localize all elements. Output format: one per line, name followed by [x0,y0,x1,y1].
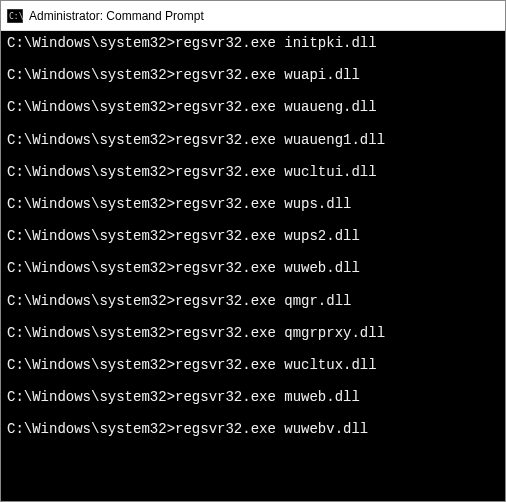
terminal-blank-line [7,244,499,260]
terminal-blank-line [7,83,499,99]
terminal-line: C:\Windows\system32>regsvr32.exe wuaueng… [7,99,499,115]
cmd-icon: C:\ [7,9,23,23]
terminal-area[interactable]: C:\Windows\system32>regsvr32.exe initpki… [1,31,505,501]
terminal-line: C:\Windows\system32>regsvr32.exe wuweb.d… [7,260,499,276]
svg-text:C:\: C:\ [9,12,23,21]
terminal-line: C:\Windows\system32>regsvr32.exe muweb.d… [7,389,499,405]
terminal-line: C:\Windows\system32>regsvr32.exe wucltui… [7,164,499,180]
terminal-line: C:\Windows\system32>regsvr32.exe wups2.d… [7,228,499,244]
terminal-blank-line [7,212,499,228]
terminal-blank-line [7,309,499,325]
command-prompt-window: C:\ Administrator: Command Prompt C:\Win… [0,0,506,502]
terminal-blank-line [7,405,499,421]
terminal-blank-line [7,180,499,196]
terminal-line: C:\Windows\system32>regsvr32.exe initpki… [7,35,499,51]
terminal-line: C:\Windows\system32>regsvr32.exe wucltux… [7,357,499,373]
terminal-blank-line [7,148,499,164]
window-title: Administrator: Command Prompt [29,9,204,23]
terminal-line: C:\Windows\system32>regsvr32.exe wuwebv.… [7,421,499,437]
terminal-line: C:\Windows\system32>regsvr32.exe qmgrprx… [7,325,499,341]
terminal-blank-line [7,341,499,357]
terminal-blank-line [7,115,499,131]
terminal-line: C:\Windows\system32>regsvr32.exe wuaueng… [7,132,499,148]
terminal-line: C:\Windows\system32>regsvr32.exe wups.dl… [7,196,499,212]
terminal-line: C:\Windows\system32>regsvr32.exe wuapi.d… [7,67,499,83]
terminal-blank-line [7,51,499,67]
titlebar[interactable]: C:\ Administrator: Command Prompt [1,1,505,31]
terminal-blank-line [7,373,499,389]
terminal-line: C:\Windows\system32>regsvr32.exe qmgr.dl… [7,293,499,309]
terminal-blank-line [7,276,499,292]
